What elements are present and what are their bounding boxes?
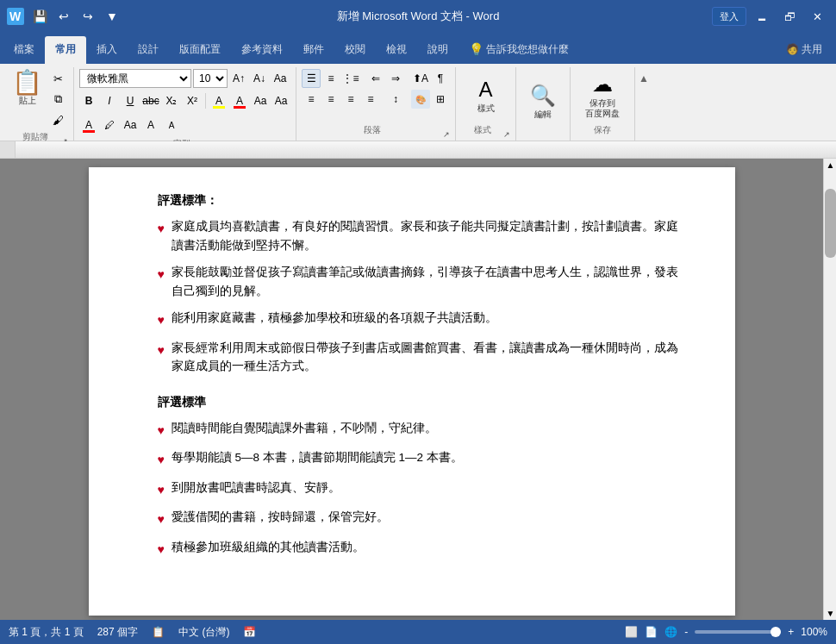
zoom-out-button[interactable]: - — [684, 626, 688, 638]
document-area: 評選標準： ♥ 家庭成員均喜歡讀書，有良好的閱讀習慣。家長和孩子能共同擬定讀書計… — [0, 159, 836, 620]
italic-button[interactable]: I — [100, 91, 119, 110]
zoom-slider[interactable] — [695, 630, 781, 634]
increase-font-button[interactable]: A↑ — [229, 69, 248, 88]
save-cloud-button[interactable]: ☁ 保存到 百度网盘 — [580, 69, 625, 122]
document-page[interactable]: 評選標準： ♥ 家庭成員均喜歡讀書，有良好的閱讀習慣。家長和孩子能共同擬定讀書計… — [89, 167, 735, 616]
superscript-button[interactable]: X² — [183, 91, 202, 110]
shading-button[interactable]: 🎨 — [411, 90, 430, 109]
editing-button[interactable]: 🔍 編輯 — [521, 80, 565, 123]
bullet-icon-7: ♥ — [158, 480, 165, 499]
bullet-text-6: 每學期能讀 5—8 本書，讀書節期間能讀完 1—2 本書。 — [172, 448, 683, 467]
styles-label-group: 樣式 — [461, 122, 503, 139]
sort-button[interactable]: ⬆A — [411, 69, 430, 88]
underline-button[interactable]: U — [121, 91, 140, 110]
styles-launcher[interactable]: ↗ — [503, 130, 510, 139]
font-color-button[interactable]: A — [230, 91, 249, 110]
tab-home[interactable]: 常用 — [45, 36, 86, 64]
numbered-list-button[interactable]: ≡ — [321, 69, 340, 88]
subscript-button[interactable]: X₂ — [162, 91, 181, 110]
scroll-thumb[interactable] — [825, 189, 836, 258]
view-read-icon[interactable]: 📄 — [645, 626, 658, 638]
section-heading-1: 評選標準： — [158, 193, 683, 209]
align-center-button[interactable]: ≡ — [321, 90, 340, 109]
increase-indent-button[interactable]: ⇒ — [386, 69, 405, 88]
zoom-thumb[interactable] — [770, 627, 781, 637]
zoom-level[interactable]: 100% — [801, 626, 827, 638]
zoom-in-button[interactable]: + — [788, 626, 794, 638]
login-button[interactable]: 登入 — [712, 7, 746, 26]
styles-group: A 樣式 樣式 ↗ — [456, 67, 516, 141]
tab-insert[interactable]: 插入 — [86, 36, 128, 64]
quick-access-toolbar: 💾 ↩ ↪ ▼ — [29, 6, 122, 27]
align-left-button[interactable]: ≡ — [302, 90, 321, 109]
ribbon-tab-bar: 檔案 常用 插入 設計 版面配置 參考資料 郵件 校閱 檢視 說明 💡 告訴我您… — [0, 33, 836, 64]
tab-help[interactable]: 說明 — [417, 36, 459, 64]
text-effect-button[interactable]: Aa — [251, 91, 270, 110]
page-info: 第 1 頁，共 1 頁 — [9, 625, 84, 640]
svg-rect-2 — [16, 141, 836, 158]
customize-qat-button[interactable]: ▼ — [102, 6, 122, 27]
font-size-a-button[interactable]: A — [141, 116, 160, 134]
text-highlight-2-button[interactable]: 🖊 — [100, 116, 119, 134]
tab-share[interactable]: 🧑 共用 — [776, 36, 833, 64]
scroll-up-button[interactable]: ▲ — [824, 159, 836, 172]
border-button[interactable]: ⊞ — [431, 90, 450, 109]
bullet-icon-3: ♥ — [158, 310, 165, 329]
restore-button[interactable]: 🗗 — [777, 4, 802, 28]
language-info[interactable]: 中文 (台灣) — [178, 625, 229, 640]
paste-button[interactable]: 📋 貼上 — [9, 69, 46, 129]
decrease-indent-button[interactable]: ⇐ — [366, 69, 385, 88]
tab-design[interactable]: 設計 — [128, 36, 169, 64]
multilevel-list-button[interactable]: ⋮≡ — [341, 69, 360, 88]
save-qat-button[interactable]: 💾 — [29, 6, 50, 27]
clear-format-button[interactable]: Aa — [271, 69, 290, 88]
format-painter-button[interactable]: 🖌 — [47, 110, 68, 129]
font-size-small-button[interactable]: A — [162, 116, 181, 134]
paragraph-launcher[interactable]: ↗ — [443, 130, 450, 139]
tab-review[interactable]: 校閱 — [334, 36, 376, 64]
bullet-list-button[interactable]: ☰ — [302, 69, 321, 88]
tab-file[interactable]: 檔案 — [3, 36, 45, 64]
cut-button[interactable]: ✂ — [47, 69, 68, 88]
show-marks-button[interactable]: ¶ — [431, 69, 450, 88]
font-family-select[interactable]: 微軟雅黑 — [79, 69, 191, 88]
paste-label: 貼上 — [19, 95, 36, 107]
minimize-button[interactable]: 🗕 — [750, 4, 774, 28]
title-bar-left: W 💾 ↩ ↪ ▼ — [7, 6, 122, 27]
decrease-font-button[interactable]: A↓ — [250, 69, 269, 88]
highlight-button[interactable]: A — [209, 91, 228, 110]
word-count: 287 個字 — [97, 625, 138, 640]
collapse-ribbon-button[interactable]: ▲ — [635, 71, 652, 86]
copy-button[interactable]: ⧉ — [47, 90, 68, 109]
tab-lightbulb[interactable]: 💡 告訴我您想做什麼 — [459, 36, 579, 64]
align-right-button[interactable]: ≡ — [341, 90, 360, 109]
styles-button[interactable]: A 樣式 — [465, 74, 508, 117]
list-item: ♥ 到開放書吧讀書時認真、安靜。 — [158, 478, 683, 499]
tab-layout[interactable]: 版面配置 — [169, 36, 231, 64]
list-item: ♥ 家長能鼓勵並督促孩子寫讀書筆記或做讀書摘錄，引導孩子在讀書中思考人生，認識世… — [158, 263, 683, 300]
status-bar: 第 1 頁，共 1 頁 287 個字 📋 中文 (台灣) 📅 ⬜ 📄 🌐 - +… — [0, 620, 836, 644]
font-size-aa-button[interactable]: Aa — [121, 116, 140, 134]
editing-group: 🔍 編輯 — [516, 67, 571, 141]
styles-icon: A — [478, 78, 492, 102]
close-button[interactable]: ✕ — [805, 4, 829, 28]
justify-button[interactable]: ≡ — [361, 90, 380, 109]
status-right: ⬜ 📄 🌐 - + 100% — [625, 626, 827, 638]
font-color-2-button[interactable]: A — [79, 116, 98, 134]
tab-references[interactable]: 參考資料 — [231, 36, 293, 64]
tab-view[interactable]: 檢視 — [376, 36, 417, 64]
list-item: ♥ 每學期能讀 5—8 本書，讀書節期間能讀完 1—2 本書。 — [158, 448, 683, 469]
line-spacing-button[interactable]: ↕ — [386, 90, 405, 109]
view-normal-icon[interactable]: ⬜ — [625, 626, 638, 638]
font-case-button[interactable]: Aa — [271, 91, 290, 110]
tab-mailings[interactable]: 郵件 — [293, 36, 334, 64]
scroll-down-button[interactable]: ▼ — [824, 607, 836, 620]
font-size-select[interactable]: 10 — [193, 69, 228, 88]
bold-button[interactable]: B — [79, 91, 98, 110]
title-bar-controls: 登入 🗕 🗗 ✕ — [712, 4, 829, 28]
undo-qat-button[interactable]: ↩ — [53, 6, 74, 27]
redo-qat-button[interactable]: ↪ — [78, 6, 98, 27]
view-web-icon[interactable]: 🌐 — [664, 626, 677, 638]
clipboard-group: 📋 貼上 ✂ ⧉ 🖌 剪貼簿 ↗ — [3, 67, 74, 141]
strikethrough-button[interactable]: abc — [141, 91, 160, 110]
